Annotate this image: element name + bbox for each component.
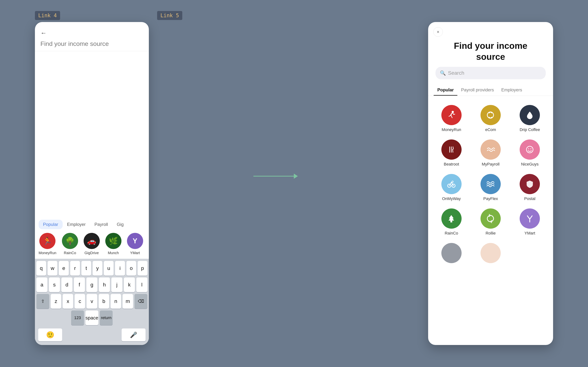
- cat-popular[interactable]: Popular: [39, 220, 63, 229]
- rollie-label: Rollie: [485, 231, 496, 236]
- key-b[interactable]: b: [99, 294, 109, 309]
- list-item[interactable]: NiceGuys: [510, 136, 549, 170]
- key-f[interactable]: f: [74, 277, 85, 292]
- list-item[interactable]: [432, 239, 471, 267]
- dripcoffee-icon: [520, 105, 540, 125]
- key-u[interactable]: u: [104, 261, 113, 276]
- list-item[interactable]: Rollie: [471, 205, 510, 239]
- list-item[interactable]: Postal: [510, 170, 549, 205]
- search-icon: 🔍: [440, 70, 446, 76]
- svg-point-8: [452, 181, 453, 182]
- payflex-icon: [481, 174, 501, 194]
- key-e[interactable]: e: [59, 261, 69, 276]
- moneyrun-label: MoneyRun: [441, 127, 461, 132]
- tab-popular[interactable]: Popular: [434, 85, 457, 96]
- keyboard-row-3: ⇧ z x c v b n m ⌫: [36, 294, 147, 309]
- cat-gig[interactable]: Gig: [112, 220, 128, 229]
- moneyrun-label: MoneyRun: [39, 251, 56, 255]
- key-d[interactable]: d: [61, 277, 72, 292]
- key-x[interactable]: x: [63, 294, 73, 309]
- key-mic[interactable]: 🎤: [122, 328, 146, 341]
- key-backspace[interactable]: ⌫: [135, 294, 147, 309]
- postal-icon: [520, 174, 540, 194]
- tab-employers[interactable]: Employers: [498, 85, 526, 96]
- niceguys-icon: [520, 140, 540, 160]
- payflex-label: PayFlex: [483, 196, 498, 201]
- waves2-svg: [485, 179, 496, 189]
- moneyrun-icon: 🏃: [39, 233, 55, 249]
- list-item[interactable]: 🌳 RainCo: [62, 233, 78, 255]
- close-button[interactable]: ×: [433, 27, 443, 37]
- list-item[interactable]: MoneyRun: [432, 101, 471, 136]
- key-p[interactable]: p: [138, 261, 147, 276]
- list-item[interactable]: MyPayroll: [471, 136, 510, 170]
- cat-employer[interactable]: Employer: [63, 220, 90, 229]
- list-item[interactable]: OnMyWay: [432, 170, 471, 205]
- key-123[interactable]: 123: [71, 310, 84, 325]
- key-return[interactable]: return: [100, 310, 113, 325]
- key-z[interactable]: z: [51, 294, 61, 309]
- list-item[interactable]: YMart: [510, 205, 549, 239]
- list-item[interactable]: 🏃 MoneyRun: [39, 233, 56, 255]
- key-t[interactable]: t: [81, 261, 91, 276]
- key-shift[interactable]: ⇧: [36, 294, 49, 309]
- key-i[interactable]: i: [115, 261, 125, 276]
- key-k[interactable]: k: [124, 277, 135, 292]
- key-q[interactable]: q: [36, 261, 46, 276]
- page-title: Find your incomesource: [428, 37, 553, 67]
- ecom-svg: [485, 110, 496, 120]
- ymart-label: YMart: [130, 251, 140, 255]
- bike-svg: [446, 179, 457, 189]
- mypayroll-icon: [481, 140, 501, 160]
- key-w[interactable]: w: [48, 261, 57, 276]
- search-area: [35, 38, 149, 51]
- unknown-icon2: [481, 243, 501, 263]
- list-item[interactable]: [471, 239, 510, 267]
- list-item[interactable]: PayFlex: [471, 170, 510, 205]
- list-item[interactable]: 🚗 GigDrive: [84, 233, 100, 255]
- key-g[interactable]: g: [86, 277, 97, 292]
- cat-payroll[interactable]: Payroll: [90, 220, 112, 229]
- niceguys-label: NiceGuys: [521, 162, 539, 167]
- list-item[interactable]: RainCo: [432, 205, 471, 239]
- list-item[interactable]: Y YMart: [127, 233, 143, 255]
- munch-icon: 🌿: [105, 233, 121, 249]
- key-emoji[interactable]: 🙂: [38, 328, 62, 341]
- forkknife-svg: [446, 145, 457, 155]
- key-r[interactable]: r: [70, 261, 80, 276]
- beatroot-label: Beatroot: [444, 162, 459, 167]
- rollie-icon: [481, 209, 501, 229]
- key-space[interactable]: space: [86, 310, 98, 325]
- key-s[interactable]: s: [49, 277, 60, 292]
- link5-label: Link 5: [157, 11, 182, 20]
- key-m[interactable]: m: [122, 294, 133, 309]
- key-h[interactable]: h: [99, 277, 110, 292]
- categories-bar: Popular Employer Payroll Gig: [35, 214, 149, 229]
- key-l[interactable]: l: [136, 277, 147, 292]
- key-v[interactable]: v: [86, 294, 97, 309]
- gigdrive-label: GigDrive: [85, 251, 99, 255]
- search-input[interactable]: [40, 40, 143, 47]
- search-pill[interactable]: 🔍 Search: [435, 67, 546, 79]
- tab-payroll[interactable]: Payroll providers: [457, 85, 498, 96]
- key-c[interactable]: c: [75, 294, 85, 309]
- tree-svg: [446, 214, 457, 224]
- key-a[interactable]: a: [36, 277, 47, 292]
- list-item[interactable]: Drip Coffee: [510, 101, 549, 136]
- shield-svg: [525, 179, 535, 189]
- svg-point-4: [528, 148, 529, 149]
- ecom-icon: [481, 105, 501, 125]
- link4-content: ← Popular Employer Payroll Gig 🏃 MoneyRu…: [35, 22, 149, 345]
- list-item[interactable]: 🌿 Munch: [105, 233, 121, 255]
- rainco-label: RainCo: [64, 251, 76, 255]
- onmyway-label: OnMyWay: [442, 196, 461, 201]
- key-n[interactable]: n: [111, 294, 121, 309]
- key-j[interactable]: j: [111, 277, 122, 292]
- back-button[interactable]: ←: [35, 22, 149, 38]
- gigdrive-icon: 🚗: [84, 233, 100, 249]
- list-item[interactable]: eCom: [471, 101, 510, 136]
- key-y[interactable]: y: [93, 261, 102, 276]
- list-item[interactable]: Beatroot: [432, 136, 471, 170]
- key-o[interactable]: o: [126, 261, 136, 276]
- close-icon: ×: [437, 29, 439, 34]
